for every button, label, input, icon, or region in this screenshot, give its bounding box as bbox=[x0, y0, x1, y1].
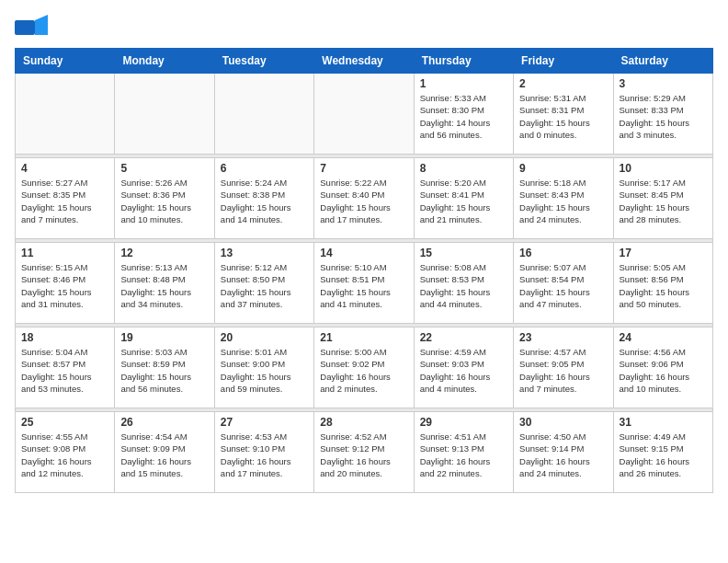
day-number: 16 bbox=[519, 247, 607, 259]
calendar-cell bbox=[16, 74, 115, 155]
day-info: Sunrise: 5:20 AM Sunset: 8:41 PM Dayligh… bbox=[420, 177, 507, 225]
day-number: 6 bbox=[221, 162, 308, 175]
day-number: 30 bbox=[519, 416, 607, 429]
svg-marker-1 bbox=[35, 15, 48, 35]
day-number: 29 bbox=[420, 416, 507, 429]
calendar-week-5: 25Sunrise: 4:55 AM Sunset: 9:08 PM Dayli… bbox=[16, 412, 713, 493]
day-number: 12 bbox=[120, 247, 208, 259]
day-number: 13 bbox=[221, 247, 308, 259]
day-number: 28 bbox=[320, 416, 407, 429]
day-info: Sunrise: 5:05 AM Sunset: 8:56 PM Dayligh… bbox=[620, 261, 707, 310]
weekday-header-saturday: Saturday bbox=[613, 49, 712, 74]
weekday-header-thursday: Thursday bbox=[414, 49, 513, 74]
weekday-header-friday: Friday bbox=[514, 49, 613, 74]
day-info: Sunrise: 4:51 AM Sunset: 9:13 PM Dayligh… bbox=[420, 431, 507, 479]
day-number: 18 bbox=[21, 331, 108, 344]
calendar-cell: 20Sunrise: 5:01 AM Sunset: 9:00 PM Dayli… bbox=[214, 327, 313, 408]
calendar-cell: 28Sunrise: 4:52 AM Sunset: 9:12 PM Dayli… bbox=[314, 412, 414, 493]
day-info: Sunrise: 4:50 AM Sunset: 9:14 PM Dayligh… bbox=[519, 431, 607, 479]
day-number: 27 bbox=[221, 416, 308, 429]
day-number: 7 bbox=[320, 162, 407, 175]
day-info: Sunrise: 5:10 AM Sunset: 8:51 PM Dayligh… bbox=[320, 261, 407, 310]
day-number: 5 bbox=[120, 162, 208, 175]
calendar-cell: 27Sunrise: 4:53 AM Sunset: 9:10 PM Dayli… bbox=[214, 412, 313, 493]
day-info: Sunrise: 4:52 AM Sunset: 9:12 PM Dayligh… bbox=[320, 431, 407, 479]
day-info: Sunrise: 5:31 AM Sunset: 8:31 PM Dayligh… bbox=[519, 92, 607, 141]
day-info: Sunrise: 5:24 AM Sunset: 8:38 PM Dayligh… bbox=[221, 177, 308, 225]
day-number: 21 bbox=[320, 331, 407, 344]
day-info: Sunrise: 5:00 AM Sunset: 9:02 PM Dayligh… bbox=[320, 346, 407, 395]
calendar-cell: 29Sunrise: 4:51 AM Sunset: 9:13 PM Dayli… bbox=[414, 412, 513, 493]
logo-icon bbox=[15, 15, 48, 40]
day-info: Sunrise: 5:07 AM Sunset: 8:54 PM Dayligh… bbox=[519, 261, 607, 310]
weekday-header: SundayMondayTuesdayWednesdayThursdayFrid… bbox=[16, 49, 713, 74]
calendar-cell: 23Sunrise: 4:57 AM Sunset: 9:05 PM Dayli… bbox=[514, 327, 613, 408]
day-info: Sunrise: 4:56 AM Sunset: 9:06 PM Dayligh… bbox=[620, 346, 707, 395]
calendar-cell: 8Sunrise: 5:20 AM Sunset: 8:41 PM Daylig… bbox=[414, 158, 513, 239]
calendar-cell: 6Sunrise: 5:24 AM Sunset: 8:38 PM Daylig… bbox=[214, 158, 313, 239]
day-number: 1 bbox=[420, 77, 507, 90]
day-number: 11 bbox=[21, 247, 108, 259]
page-header bbox=[15, 15, 713, 40]
calendar-cell: 19Sunrise: 5:03 AM Sunset: 8:59 PM Dayli… bbox=[115, 327, 214, 408]
day-info: Sunrise: 5:22 AM Sunset: 8:40 PM Dayligh… bbox=[320, 177, 407, 225]
day-number: 17 bbox=[620, 247, 707, 259]
weekday-header-sunday: Sunday bbox=[16, 49, 115, 74]
day-number: 14 bbox=[320, 247, 407, 259]
calendar-cell: 5Sunrise: 5:26 AM Sunset: 8:36 PM Daylig… bbox=[115, 158, 214, 239]
weekday-header-wednesday: Wednesday bbox=[314, 49, 414, 74]
calendar-cell: 16Sunrise: 5:07 AM Sunset: 8:54 PM Dayli… bbox=[514, 243, 613, 324]
calendar-cell: 10Sunrise: 5:17 AM Sunset: 8:45 PM Dayli… bbox=[613, 158, 712, 239]
calendar-week-4: 18Sunrise: 5:04 AM Sunset: 8:57 PM Dayli… bbox=[16, 327, 713, 408]
day-info: Sunrise: 4:53 AM Sunset: 9:10 PM Dayligh… bbox=[221, 431, 308, 479]
day-info: Sunrise: 4:55 AM Sunset: 9:08 PM Dayligh… bbox=[21, 431, 108, 479]
day-info: Sunrise: 5:04 AM Sunset: 8:57 PM Dayligh… bbox=[21, 346, 108, 395]
day-info: Sunrise: 5:01 AM Sunset: 9:00 PM Dayligh… bbox=[221, 346, 308, 395]
day-info: Sunrise: 5:03 AM Sunset: 8:59 PM Dayligh… bbox=[120, 346, 208, 395]
calendar-cell: 11Sunrise: 5:15 AM Sunset: 8:46 PM Dayli… bbox=[16, 243, 115, 324]
calendar-week-3: 11Sunrise: 5:15 AM Sunset: 8:46 PM Dayli… bbox=[16, 243, 713, 324]
day-info: Sunrise: 5:26 AM Sunset: 8:36 PM Dayligh… bbox=[120, 177, 208, 225]
day-info: Sunrise: 5:27 AM Sunset: 8:35 PM Dayligh… bbox=[21, 177, 108, 225]
day-info: Sunrise: 5:17 AM Sunset: 8:45 PM Dayligh… bbox=[620, 177, 707, 225]
day-info: Sunrise: 5:13 AM Sunset: 8:48 PM Dayligh… bbox=[120, 261, 208, 310]
calendar-cell: 4Sunrise: 5:27 AM Sunset: 8:35 PM Daylig… bbox=[16, 158, 115, 239]
day-number: 2 bbox=[519, 77, 607, 90]
calendar-cell bbox=[214, 74, 313, 155]
day-info: Sunrise: 4:49 AM Sunset: 9:15 PM Dayligh… bbox=[620, 431, 707, 479]
calendar-cell: 31Sunrise: 4:49 AM Sunset: 9:15 PM Dayli… bbox=[613, 412, 712, 493]
day-info: Sunrise: 5:12 AM Sunset: 8:50 PM Dayligh… bbox=[221, 261, 308, 310]
day-info: Sunrise: 4:57 AM Sunset: 9:05 PM Dayligh… bbox=[519, 346, 607, 395]
calendar-cell: 3Sunrise: 5:29 AM Sunset: 8:33 PM Daylig… bbox=[613, 74, 712, 155]
day-info: Sunrise: 4:59 AM Sunset: 9:03 PM Dayligh… bbox=[420, 346, 507, 395]
calendar-cell: 2Sunrise: 5:31 AM Sunset: 8:31 PM Daylig… bbox=[514, 74, 613, 155]
calendar-week-2: 4Sunrise: 5:27 AM Sunset: 8:35 PM Daylig… bbox=[16, 158, 713, 239]
calendar-week-1: 1Sunrise: 5:33 AM Sunset: 8:30 PM Daylig… bbox=[16, 74, 713, 155]
calendar-cell: 13Sunrise: 5:12 AM Sunset: 8:50 PM Dayli… bbox=[214, 243, 313, 324]
calendar-cell: 26Sunrise: 4:54 AM Sunset: 9:09 PM Dayli… bbox=[115, 412, 214, 493]
svg-rect-0 bbox=[15, 20, 35, 35]
day-info: Sunrise: 5:18 AM Sunset: 8:43 PM Dayligh… bbox=[519, 177, 607, 225]
calendar-body: 1Sunrise: 5:33 AM Sunset: 8:30 PM Daylig… bbox=[16, 74, 713, 493]
calendar-cell: 1Sunrise: 5:33 AM Sunset: 8:30 PM Daylig… bbox=[414, 74, 513, 155]
calendar-cell: 9Sunrise: 5:18 AM Sunset: 8:43 PM Daylig… bbox=[514, 158, 613, 239]
calendar-cell: 17Sunrise: 5:05 AM Sunset: 8:56 PM Dayli… bbox=[613, 243, 712, 324]
day-number: 22 bbox=[420, 331, 507, 344]
day-number: 15 bbox=[420, 247, 507, 259]
calendar: SundayMondayTuesdayWednesdayThursdayFrid… bbox=[15, 48, 713, 493]
day-info: Sunrise: 5:29 AM Sunset: 8:33 PM Dayligh… bbox=[620, 92, 707, 141]
calendar-cell: 7Sunrise: 5:22 AM Sunset: 8:40 PM Daylig… bbox=[314, 158, 414, 239]
day-number: 3 bbox=[620, 77, 707, 90]
day-number: 23 bbox=[519, 331, 607, 344]
day-number: 19 bbox=[120, 331, 208, 344]
day-info: Sunrise: 4:54 AM Sunset: 9:09 PM Dayligh… bbox=[120, 431, 208, 479]
day-number: 9 bbox=[519, 162, 607, 175]
day-number: 24 bbox=[620, 331, 707, 344]
day-info: Sunrise: 5:15 AM Sunset: 8:46 PM Dayligh… bbox=[21, 261, 108, 310]
day-number: 26 bbox=[120, 416, 208, 429]
calendar-cell bbox=[115, 74, 214, 155]
calendar-cell: 25Sunrise: 4:55 AM Sunset: 9:08 PM Dayli… bbox=[16, 412, 115, 493]
calendar-cell: 12Sunrise: 5:13 AM Sunset: 8:48 PM Dayli… bbox=[115, 243, 214, 324]
calendar-cell: 18Sunrise: 5:04 AM Sunset: 8:57 PM Dayli… bbox=[16, 327, 115, 408]
logo bbox=[15, 15, 51, 40]
